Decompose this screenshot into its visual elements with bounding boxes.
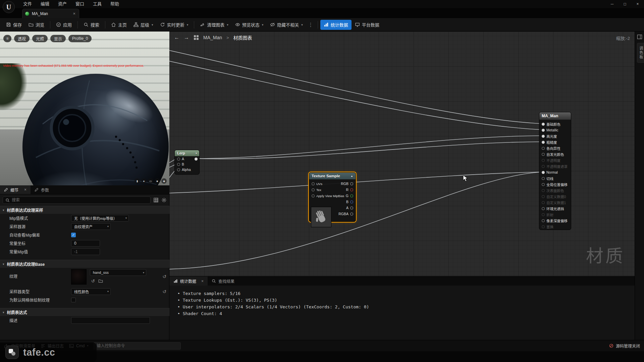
display-filter-icon[interactable]: [153, 197, 159, 203]
tab-parameters[interactable]: 参数: [31, 185, 53, 194]
live-update-button[interactable]: 实时更新 ▾: [157, 20, 192, 30]
browse-button[interactable]: 浏览: [25, 20, 48, 30]
preview-shape-custom-button[interactable]: ◆: [161, 178, 167, 184]
preview-shape-cylinder-button[interactable]: ▮: [135, 178, 140, 184]
preview-viewport[interactable]: Video memory has been exhausted (671.066…: [0, 32, 169, 185]
pin-lerp-output[interactable]: [195, 158, 198, 161]
pin-roughness[interactable]: 粗糙度: [539, 139, 571, 145]
preview-state-button[interactable]: 预览状态 ▾: [232, 20, 267, 30]
close-button[interactable]: ×: [631, 0, 644, 8]
desc-input[interactable]: [71, 317, 150, 324]
pin-ambient-occlusion[interactable]: 环境光遮挡: [539, 205, 571, 212]
node-result-header[interactable]: MA_Man: [539, 112, 571, 120]
pin-ts-b[interactable]: B: [336, 199, 356, 205]
pin-metallic[interactable]: Metallic: [539, 127, 571, 133]
menu-window[interactable]: 窗口: [71, 0, 89, 8]
preview-shape-cube-button[interactable]: ■: [155, 178, 160, 184]
sampler-source-dropdown[interactable]: 自纹理资产▾: [71, 223, 111, 230]
stats-button[interactable]: 统计数据: [320, 20, 352, 30]
viewport-menu-button[interactable]: ≡: [3, 35, 11, 42]
section-texture-sample[interactable]: ▾ 材质表达式纹理采样: [0, 206, 169, 214]
pin-tangent[interactable]: 切线: [539, 175, 571, 181]
hide-unrelated-button[interactable]: 隐藏不相关 ▾: [267, 20, 306, 30]
menu-help[interactable]: 帮助: [106, 0, 123, 8]
asset-tab-ma-man[interactable]: MA_Man ×: [22, 9, 79, 18]
wire[interactable]: [169, 172, 542, 269]
tab-close-icon[interactable]: ×: [201, 279, 204, 284]
pin-world-position-offset[interactable]: 全局位置偏移: [539, 181, 571, 187]
pin-base-color[interactable]: 基础颜色: [539, 121, 571, 127]
tab-close-icon[interactable]: ×: [24, 187, 26, 192]
pin-ts-rgba[interactable]: RGBA: [336, 211, 356, 217]
pin-ts-a[interactable]: A: [336, 205, 356, 211]
viewport-lit-button[interactable]: 光照: [32, 35, 48, 42]
use-selected-asset-icon[interactable]: ↺: [91, 279, 95, 284]
breadcrumb-root[interactable]: MA_Man: [203, 35, 222, 40]
auto-mip-bias-checkbox[interactable]: ✓: [71, 233, 76, 237]
texture-thumbnail[interactable]: [71, 269, 87, 285]
const-mip-input[interactable]: [71, 248, 100, 255]
source-control-button[interactable]: 源码管理关闭: [609, 343, 640, 349]
pin-custom-data-0[interactable]: 自定义数据0: [539, 193, 571, 199]
mip-mode-dropdown[interactable]: 无（使用计算的mip等级）▾: [71, 215, 129, 222]
nav-back-icon[interactable]: ←: [174, 35, 179, 41]
pin-lerp-b[interactable]: B: [175, 162, 199, 167]
nav-forward-icon[interactable]: →: [184, 35, 189, 41]
viewport-perspective-button[interactable]: 透视: [14, 35, 30, 42]
menu-tools[interactable]: 工具: [89, 0, 106, 8]
wire[interactable]: [169, 50, 542, 124]
wire[interactable]: [196, 142, 542, 159]
wire[interactable]: [169, 172, 542, 193]
pin-subsurface-color[interactable]: 次表面颜色: [539, 187, 571, 193]
pin-opacity-mask[interactable]: 不透明度遮罩: [539, 163, 571, 169]
clean-graph-button[interactable]: 清理图表 ▾: [197, 20, 232, 30]
default-mesh-paint-checkbox[interactable]: [71, 298, 76, 302]
pin-anisotropy[interactable]: 各向异性: [539, 145, 571, 151]
node-lerp-header[interactable]: Lerp ▾: [175, 150, 199, 156]
tab-stats[interactable]: 统计数据 ×: [169, 277, 208, 286]
pin-ts-g[interactable]: G: [336, 193, 356, 199]
tab-details[interactable]: 细节 ×: [0, 185, 31, 194]
pin-ts-r[interactable]: R: [336, 187, 356, 193]
pin-displacement[interactable]: 置换: [539, 224, 571, 230]
viewport-profile-button[interactable]: Profile_0: [68, 35, 92, 42]
pin-opacity[interactable]: 不透明度: [539, 157, 571, 163]
sidebar-tab-palette[interactable]: 调色板: [637, 43, 644, 63]
node-result-ma-man[interactable]: MA_Man 基础颜色 Metallic 高光度 粗糙度 各向异性 自发光颜色 …: [539, 112, 571, 230]
pin-normal[interactable]: Normal: [539, 169, 571, 175]
const-coord-input[interactable]: [71, 240, 100, 247]
pin-emissive[interactable]: 自发光颜色: [539, 151, 571, 157]
menu-edit[interactable]: 编辑: [36, 0, 54, 8]
reset-to-default-icon[interactable]: ↺: [162, 289, 166, 294]
console-command-input[interactable]: [94, 342, 181, 350]
viewport-show-button[interactable]: 显示: [50, 35, 66, 42]
tab-close-icon[interactable]: ×: [73, 11, 75, 16]
node-texture-sample[interactable]: Texture Sample ▲ UVs Tex Apply View MipB…: [309, 172, 356, 222]
pin-ts-rgb[interactable]: RGB: [336, 181, 356, 187]
wire[interactable]: [169, 61, 542, 130]
pin-refraction[interactable]: 折射: [539, 212, 571, 218]
node-texture-sample-header[interactable]: Texture Sample ▲: [309, 173, 356, 179]
node-lerp[interactable]: Lerp ▾ A B Alpha: [174, 150, 200, 175]
texture-asset-dropdown[interactable]: hand_sss▾: [90, 269, 146, 276]
minimize-button[interactable]: ─: [606, 0, 619, 8]
tab-find-results[interactable]: 查找结果: [208, 277, 238, 286]
panel-layout-icon[interactable]: [637, 34, 642, 40]
preview-shape-sphere-button[interactable]: ●: [141, 178, 147, 184]
menu-file[interactable]: 文件: [19, 0, 36, 8]
apply-button[interactable]: 应用: [53, 20, 75, 30]
toolbar-overflow-icon[interactable]: ⋮: [306, 22, 315, 28]
sampler-type-dropdown[interactable]: 线性颜色▾: [71, 288, 111, 295]
reset-to-default-icon[interactable]: ↺: [162, 274, 166, 279]
platform-stats-button[interactable]: 平台数据: [352, 20, 383, 30]
graph-overview-icon[interactable]: [194, 35, 199, 40]
search-button[interactable]: 搜索: [80, 20, 103, 30]
pin-specular[interactable]: 高光度: [539, 133, 571, 139]
details-search-input[interactable]: [12, 198, 148, 202]
preview-shape-plane-button[interactable]: ▭: [148, 178, 153, 184]
save-button[interactable]: 保存: [3, 20, 25, 30]
pin-pixel-depth-offset[interactable]: 像素深度偏移: [539, 218, 571, 224]
pin-custom-data-1[interactable]: 自定义数据1: [539, 199, 571, 205]
maximize-button[interactable]: □: [619, 0, 631, 8]
breadcrumb-current[interactable]: 材质图表: [233, 34, 252, 41]
